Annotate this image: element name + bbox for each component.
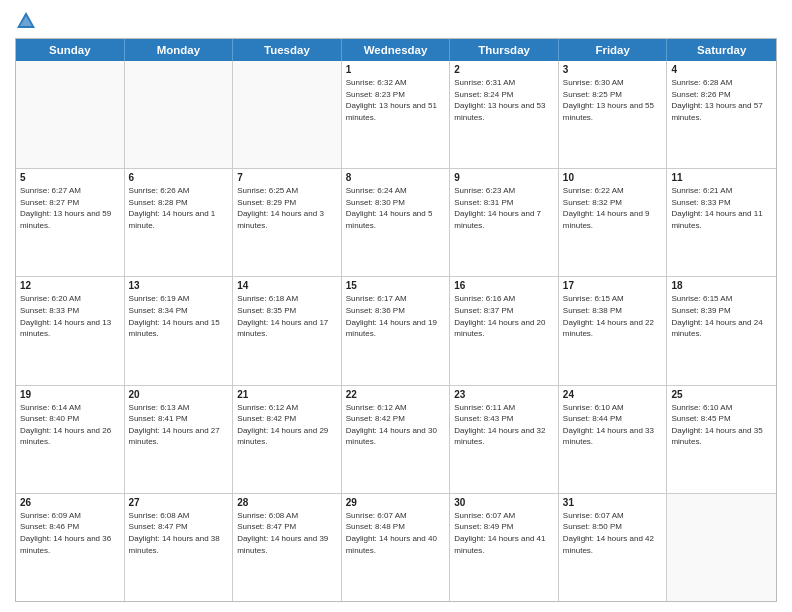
day-number: 29: [346, 497, 446, 508]
day-info: Sunrise: 6:31 AM Sunset: 8:24 PM Dayligh…: [454, 77, 554, 123]
day-cell-30: 30Sunrise: 6:07 AM Sunset: 8:49 PM Dayli…: [450, 494, 559, 601]
day-info: Sunrise: 6:28 AM Sunset: 8:26 PM Dayligh…: [671, 77, 772, 123]
day-cell-13: 13Sunrise: 6:19 AM Sunset: 8:34 PM Dayli…: [125, 277, 234, 384]
day-cell-8: 8Sunrise: 6:24 AM Sunset: 8:30 PM Daylig…: [342, 169, 451, 276]
day-info: Sunrise: 6:07 AM Sunset: 8:50 PM Dayligh…: [563, 510, 663, 556]
day-cell-17: 17Sunrise: 6:15 AM Sunset: 8:38 PM Dayli…: [559, 277, 668, 384]
day-info: Sunrise: 6:22 AM Sunset: 8:32 PM Dayligh…: [563, 185, 663, 231]
day-cell-9: 9Sunrise: 6:23 AM Sunset: 8:31 PM Daylig…: [450, 169, 559, 276]
day-number: 21: [237, 389, 337, 400]
header-day-wednesday: Wednesday: [342, 39, 451, 61]
day-info: Sunrise: 6:30 AM Sunset: 8:25 PM Dayligh…: [563, 77, 663, 123]
day-info: Sunrise: 6:25 AM Sunset: 8:29 PM Dayligh…: [237, 185, 337, 231]
day-cell-11: 11Sunrise: 6:21 AM Sunset: 8:33 PM Dayli…: [667, 169, 776, 276]
day-info: Sunrise: 6:23 AM Sunset: 8:31 PM Dayligh…: [454, 185, 554, 231]
day-number: 16: [454, 280, 554, 291]
day-cell-20: 20Sunrise: 6:13 AM Sunset: 8:41 PM Dayli…: [125, 386, 234, 493]
day-number: 14: [237, 280, 337, 291]
header-day-monday: Monday: [125, 39, 234, 61]
day-cell-31: 31Sunrise: 6:07 AM Sunset: 8:50 PM Dayli…: [559, 494, 668, 601]
day-cell-14: 14Sunrise: 6:18 AM Sunset: 8:35 PM Dayli…: [233, 277, 342, 384]
day-number: 12: [20, 280, 120, 291]
day-number: 24: [563, 389, 663, 400]
day-info: Sunrise: 6:10 AM Sunset: 8:45 PM Dayligh…: [671, 402, 772, 448]
header-day-sunday: Sunday: [16, 39, 125, 61]
day-info: Sunrise: 6:07 AM Sunset: 8:48 PM Dayligh…: [346, 510, 446, 556]
day-number: 15: [346, 280, 446, 291]
day-number: 26: [20, 497, 120, 508]
day-cell-16: 16Sunrise: 6:16 AM Sunset: 8:37 PM Dayli…: [450, 277, 559, 384]
day-number: 22: [346, 389, 446, 400]
day-cell-2: 2Sunrise: 6:31 AM Sunset: 8:24 PM Daylig…: [450, 61, 559, 168]
day-number: 19: [20, 389, 120, 400]
day-number: 28: [237, 497, 337, 508]
day-number: 2: [454, 64, 554, 75]
day-cell-25: 25Sunrise: 6:10 AM Sunset: 8:45 PM Dayli…: [667, 386, 776, 493]
day-info: Sunrise: 6:17 AM Sunset: 8:36 PM Dayligh…: [346, 293, 446, 339]
day-number: 11: [671, 172, 772, 183]
day-number: 6: [129, 172, 229, 183]
calendar-row-2: 12Sunrise: 6:20 AM Sunset: 8:33 PM Dayli…: [16, 277, 776, 385]
day-number: 27: [129, 497, 229, 508]
logo-icon: [15, 10, 37, 32]
day-info: Sunrise: 6:08 AM Sunset: 8:47 PM Dayligh…: [237, 510, 337, 556]
day-info: Sunrise: 6:32 AM Sunset: 8:23 PM Dayligh…: [346, 77, 446, 123]
day-info: Sunrise: 6:07 AM Sunset: 8:49 PM Dayligh…: [454, 510, 554, 556]
empty-cell: [125, 61, 234, 168]
day-info: Sunrise: 6:15 AM Sunset: 8:38 PM Dayligh…: [563, 293, 663, 339]
day-cell-1: 1Sunrise: 6:32 AM Sunset: 8:23 PM Daylig…: [342, 61, 451, 168]
day-cell-21: 21Sunrise: 6:12 AM Sunset: 8:42 PM Dayli…: [233, 386, 342, 493]
day-number: 31: [563, 497, 663, 508]
header-day-tuesday: Tuesday: [233, 39, 342, 61]
day-cell-18: 18Sunrise: 6:15 AM Sunset: 8:39 PM Dayli…: [667, 277, 776, 384]
day-info: Sunrise: 6:10 AM Sunset: 8:44 PM Dayligh…: [563, 402, 663, 448]
day-number: 20: [129, 389, 229, 400]
day-cell-22: 22Sunrise: 6:12 AM Sunset: 8:42 PM Dayli…: [342, 386, 451, 493]
day-info: Sunrise: 6:12 AM Sunset: 8:42 PM Dayligh…: [346, 402, 446, 448]
day-cell-12: 12Sunrise: 6:20 AM Sunset: 8:33 PM Dayli…: [16, 277, 125, 384]
day-cell-26: 26Sunrise: 6:09 AM Sunset: 8:46 PM Dayli…: [16, 494, 125, 601]
day-info: Sunrise: 6:26 AM Sunset: 8:28 PM Dayligh…: [129, 185, 229, 231]
page: SundayMondayTuesdayWednesdayThursdayFrid…: [0, 0, 792, 612]
day-info: Sunrise: 6:16 AM Sunset: 8:37 PM Dayligh…: [454, 293, 554, 339]
day-number: 23: [454, 389, 554, 400]
day-number: 5: [20, 172, 120, 183]
day-info: Sunrise: 6:18 AM Sunset: 8:35 PM Dayligh…: [237, 293, 337, 339]
day-cell-23: 23Sunrise: 6:11 AM Sunset: 8:43 PM Dayli…: [450, 386, 559, 493]
day-info: Sunrise: 6:20 AM Sunset: 8:33 PM Dayligh…: [20, 293, 120, 339]
day-info: Sunrise: 6:08 AM Sunset: 8:47 PM Dayligh…: [129, 510, 229, 556]
day-cell-10: 10Sunrise: 6:22 AM Sunset: 8:32 PM Dayli…: [559, 169, 668, 276]
day-cell-4: 4Sunrise: 6:28 AM Sunset: 8:26 PM Daylig…: [667, 61, 776, 168]
calendar-row-0: 1Sunrise: 6:32 AM Sunset: 8:23 PM Daylig…: [16, 61, 776, 169]
day-info: Sunrise: 6:24 AM Sunset: 8:30 PM Dayligh…: [346, 185, 446, 231]
calendar-header: SundayMondayTuesdayWednesdayThursdayFrid…: [16, 39, 776, 61]
day-cell-3: 3Sunrise: 6:30 AM Sunset: 8:25 PM Daylig…: [559, 61, 668, 168]
day-number: 8: [346, 172, 446, 183]
day-info: Sunrise: 6:27 AM Sunset: 8:27 PM Dayligh…: [20, 185, 120, 231]
logo: [15, 10, 41, 32]
day-cell-5: 5Sunrise: 6:27 AM Sunset: 8:27 PM Daylig…: [16, 169, 125, 276]
day-cell-6: 6Sunrise: 6:26 AM Sunset: 8:28 PM Daylig…: [125, 169, 234, 276]
calendar-row-1: 5Sunrise: 6:27 AM Sunset: 8:27 PM Daylig…: [16, 169, 776, 277]
empty-cell: [16, 61, 125, 168]
day-number: 4: [671, 64, 772, 75]
day-cell-28: 28Sunrise: 6:08 AM Sunset: 8:47 PM Dayli…: [233, 494, 342, 601]
day-info: Sunrise: 6:21 AM Sunset: 8:33 PM Dayligh…: [671, 185, 772, 231]
day-info: Sunrise: 6:09 AM Sunset: 8:46 PM Dayligh…: [20, 510, 120, 556]
day-number: 3: [563, 64, 663, 75]
day-number: 7: [237, 172, 337, 183]
day-number: 13: [129, 280, 229, 291]
day-number: 25: [671, 389, 772, 400]
day-cell-24: 24Sunrise: 6:10 AM Sunset: 8:44 PM Dayli…: [559, 386, 668, 493]
day-number: 10: [563, 172, 663, 183]
calendar-row-4: 26Sunrise: 6:09 AM Sunset: 8:46 PM Dayli…: [16, 494, 776, 601]
day-cell-19: 19Sunrise: 6:14 AM Sunset: 8:40 PM Dayli…: [16, 386, 125, 493]
day-number: 9: [454, 172, 554, 183]
calendar: SundayMondayTuesdayWednesdayThursdayFrid…: [15, 38, 777, 602]
day-cell-29: 29Sunrise: 6:07 AM Sunset: 8:48 PM Dayli…: [342, 494, 451, 601]
calendar-row-3: 19Sunrise: 6:14 AM Sunset: 8:40 PM Dayli…: [16, 386, 776, 494]
day-info: Sunrise: 6:11 AM Sunset: 8:43 PM Dayligh…: [454, 402, 554, 448]
day-cell-27: 27Sunrise: 6:08 AM Sunset: 8:47 PM Dayli…: [125, 494, 234, 601]
header-day-friday: Friday: [559, 39, 668, 61]
header-day-thursday: Thursday: [450, 39, 559, 61]
